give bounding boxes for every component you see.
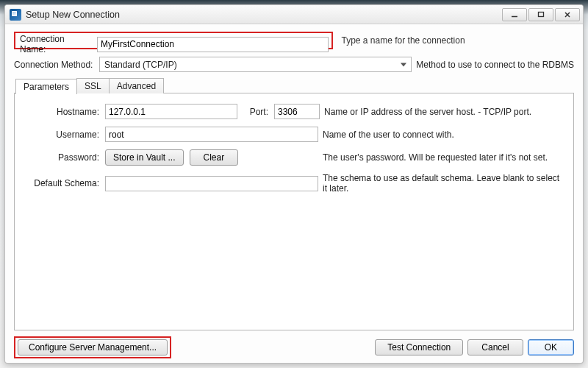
minimize-button[interactable] — [502, 8, 527, 21]
close-icon — [564, 11, 571, 18]
window-title: Setup New Connection — [26, 10, 498, 20]
connection-name-desc: Type a name for the connection — [337, 35, 575, 46]
dialog-content: Connection Name: Type a name for the con… — [5, 24, 583, 363]
username-help: Name of the user to connect with. — [323, 130, 564, 140]
tab-parameters[interactable]: Parameters — [15, 79, 77, 94]
port-label: Port: — [242, 107, 270, 117]
connection-method-desc: Method to use to connect to the RDBMS — [416, 60, 574, 70]
store-in-vault-button[interactable]: Store in Vault ... — [105, 149, 184, 166]
hostname-help: Name or IP address of the server host. -… — [324, 107, 564, 117]
dialog-footer: Configure Server Management... Test Conn… — [14, 330, 574, 358]
test-connection-button[interactable]: Test Connection — [375, 339, 463, 355]
maximize-button[interactable] — [528, 8, 553, 21]
password-label: Password: — [24, 152, 101, 163]
connection-name-row: Connection Name: Type a name for the con… — [14, 32, 574, 49]
close-button[interactable] — [555, 8, 580, 21]
minimize-icon — [511, 11, 518, 18]
connection-name-label: Connection Name: — [18, 34, 93, 54]
hostname-label: Hostname: — [24, 107, 101, 117]
default-schema-label: Default Schema: — [24, 178, 101, 188]
default-schema-help: The schema to use as default schema. Lea… — [323, 173, 564, 194]
password-row: Password: Store in Vault ... Clear The u… — [24, 149, 564, 166]
tab-advanced[interactable]: Advanced — [109, 78, 164, 93]
tab-ssl[interactable]: SSL — [76, 78, 110, 93]
username-label: Username: — [24, 130, 101, 140]
ok-button[interactable]: OK — [528, 339, 574, 355]
hostname-row: Hostname: Port: Name or IP address of th… — [24, 104, 564, 119]
username-row: Username: Name of the user to connect wi… — [24, 127, 564, 142]
configure-server-management-button[interactable]: Configure Server Management... — [18, 339, 168, 355]
maximize-icon — [537, 11, 545, 18]
hostname-input[interactable] — [105, 104, 237, 119]
parameters-panel: Hostname: Port: Name or IP address of th… — [14, 93, 574, 330]
username-input[interactable] — [105, 127, 318, 142]
connection-method-select[interactable]: Standard (TCP/IP) — [99, 57, 412, 72]
connection-method-value: Standard (TCP/IP) — [104, 60, 177, 70]
connection-method-label: Connection Method: — [14, 60, 95, 70]
cancel-button[interactable]: Cancel — [467, 339, 523, 355]
default-schema-row: Default Schema: The schema to use as def… — [24, 173, 564, 194]
dialog-window: Setup New Connection Connection Name: Ty… — [4, 4, 584, 364]
title-bar: Setup New Connection — [5, 5, 583, 24]
port-input[interactable] — [274, 104, 320, 119]
password-help: The user's password. Will be requested l… — [323, 152, 564, 163]
default-schema-input[interactable] — [105, 176, 318, 191]
clear-password-button[interactable]: Clear — [190, 149, 239, 166]
tab-strip: Parameters SSL Advanced — [14, 78, 574, 93]
connection-method-row: Connection Method: Standard (TCP/IP) Met… — [14, 57, 574, 72]
configure-server-highlight: Configure Server Management... — [14, 336, 171, 358]
svg-rect-1 — [539, 12, 544, 16]
app-icon — [10, 9, 21, 21]
connection-name-input[interactable] — [97, 37, 329, 52]
